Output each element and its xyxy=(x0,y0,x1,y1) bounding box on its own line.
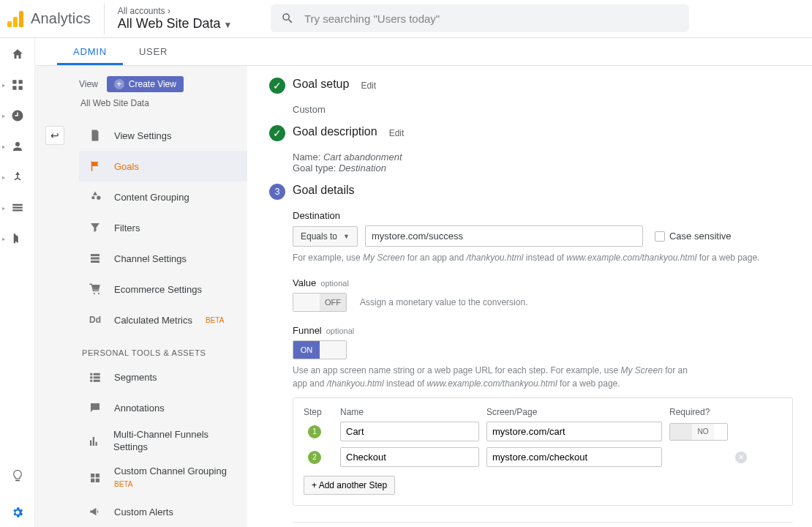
goal-details-title: Goal details xyxy=(293,184,355,197)
view-label: View xyxy=(79,79,98,89)
channel-settings-icon xyxy=(89,252,102,265)
menu-ecommerce-settings[interactable]: Ecommerce Settings xyxy=(79,274,247,304)
goal-description-title: Goal description xyxy=(293,125,377,138)
value-desc: Assign a monetary value to the conversio… xyxy=(360,296,527,309)
search-placeholder: Try searching "Users today" xyxy=(304,12,440,25)
funnel-step-1: 1 NO xyxy=(304,422,782,441)
delete-step-button[interactable]: ✕ xyxy=(735,452,747,463)
nav-behavior[interactable] xyxy=(9,199,26,217)
funnel-label: Funnel xyxy=(293,325,322,336)
goal-description-edit[interactable]: Edit xyxy=(389,128,405,138)
col-required: Required? xyxy=(669,407,728,417)
destination-input[interactable] xyxy=(365,225,643,247)
col-name: Name xyxy=(340,407,479,417)
nav-conversions[interactable] xyxy=(9,230,26,247)
view-column: ↩ View +Create View All Web Site Data Vi… xyxy=(35,66,247,527)
document-icon xyxy=(89,129,102,142)
funnel-steps-table: Step Name Screen/Page Required? 1 NO xyxy=(293,397,793,506)
step-index: 1 xyxy=(308,425,321,438)
goal-description-body: Name: Cart abandonment Goal type: Destin… xyxy=(293,152,793,173)
analytics-logo-icon xyxy=(7,11,23,27)
step-required-toggle[interactable]: NO xyxy=(669,423,728,441)
check-icon: ✓ xyxy=(269,78,285,94)
left-nav-rail xyxy=(0,38,35,527)
step-index: 2 xyxy=(308,451,321,464)
flag-icon xyxy=(89,160,102,173)
account-crumb: All accounts xyxy=(118,6,165,16)
case-sensitive-label: Case sensitive xyxy=(669,231,732,242)
nav-customization[interactable] xyxy=(9,76,26,94)
menu-custom-channel-grouping[interactable]: Custom Channel GroupingBETA xyxy=(79,460,247,496)
goal-setup-value: Custom xyxy=(293,104,793,115)
goal-editor: ✓ Goal setup Edit Custom ✓ Goal descript… xyxy=(247,66,812,527)
menu-mcf-settings[interactable]: Multi-Channel Funnels Settings xyxy=(79,423,247,460)
menu-annotations[interactable]: Annotations xyxy=(79,392,247,423)
check-icon: ✓ xyxy=(269,125,285,141)
property-selector[interactable]: All accounts › All Web Site Data▼ xyxy=(104,3,246,34)
destination-label: Destination xyxy=(293,210,340,221)
cart-icon xyxy=(89,283,102,296)
goal-setup-edit[interactable]: Edit xyxy=(361,81,376,91)
step-name-input[interactable] xyxy=(340,422,479,441)
plus-icon: + xyxy=(114,79,124,89)
nav-admin[interactable] xyxy=(9,504,26,521)
brand-name: Analytics xyxy=(31,10,91,27)
menu-content-grouping[interactable]: Content Grouping xyxy=(79,182,247,212)
brand-block: Analytics xyxy=(0,10,104,27)
menu-filters[interactable]: Filters xyxy=(79,212,247,243)
case-sensitive-checkbox[interactable] xyxy=(655,231,665,242)
menu-calculated-metrics[interactable]: DdCalculated MetricsBETA xyxy=(79,304,247,335)
create-view-button[interactable]: +Create View xyxy=(107,76,184,92)
top-header: Analytics All accounts › All Web Site Da… xyxy=(0,0,812,38)
funnel-step-2: 2 ✕ xyxy=(304,447,782,467)
dd-icon: Dd xyxy=(86,315,104,325)
menu-view-settings[interactable]: View Settings xyxy=(79,120,247,151)
value-label: Value xyxy=(293,277,316,288)
search-icon xyxy=(281,12,294,25)
property-name: All Web Site Data xyxy=(118,16,221,31)
annotation-icon xyxy=(89,401,102,414)
tools-menu: Segments Annotations Multi-Channel Funne… xyxy=(79,362,247,527)
goal-setup-title: Goal setup xyxy=(293,78,349,91)
caret-down-icon: ▼ xyxy=(224,20,233,30)
menu-custom-alerts[interactable]: Custom Alerts xyxy=(79,496,247,527)
content-grouping-icon xyxy=(89,190,102,203)
bar-chart-icon xyxy=(88,435,101,448)
step-3-badge: 3 xyxy=(269,184,285,200)
menu-segments[interactable]: Segments xyxy=(79,362,247,392)
step-page-input[interactable] xyxy=(486,447,662,467)
channel-grouping-icon xyxy=(89,471,102,485)
value-toggle[interactable]: OFF xyxy=(293,293,347,312)
destination-match-select[interactable]: Equals to▼ xyxy=(293,226,358,247)
col-screen: Screen/Page xyxy=(486,407,662,417)
nav-home[interactable] xyxy=(9,45,26,63)
view-menu: View Settings Goals Content Grouping Fil… xyxy=(79,120,247,335)
search-bar[interactable]: Try searching "Users today" xyxy=(271,4,689,32)
nav-realtime[interactable] xyxy=(9,107,26,124)
filter-icon xyxy=(89,221,102,234)
step-name-input[interactable] xyxy=(340,447,479,467)
menu-goals[interactable]: Goals xyxy=(79,151,247,182)
nav-audience[interactable] xyxy=(9,138,26,155)
menu-channel-settings[interactable]: Channel Settings xyxy=(79,243,247,274)
nav-acquisition[interactable] xyxy=(9,168,26,186)
chevron-right-icon: › xyxy=(168,6,170,16)
back-button[interactable]: ↩ xyxy=(45,126,64,145)
step-page-input[interactable] xyxy=(486,422,662,441)
col-step: Step xyxy=(304,407,333,417)
funnel-hint: Use an app screen name string or a web p… xyxy=(293,364,702,390)
nav-discover[interactable] xyxy=(9,467,26,485)
segments-icon xyxy=(89,370,102,384)
add-step-button[interactable]: + Add another Step xyxy=(304,476,395,495)
destination-hint: For example, use My Screen for an app an… xyxy=(293,251,793,264)
current-view-name[interactable]: All Web Site Data xyxy=(80,98,247,108)
tab-admin[interactable]: ADMIN xyxy=(57,38,123,65)
caret-down-icon: ▼ xyxy=(343,233,350,240)
tab-user[interactable]: USER xyxy=(123,38,184,65)
divider xyxy=(293,522,793,523)
megaphone-icon xyxy=(89,505,102,518)
admin-tabs: ADMIN USER xyxy=(35,38,812,66)
personal-tools-heading: PERSONAL TOOLS & ASSETS xyxy=(82,348,247,357)
funnel-toggle[interactable]: ON xyxy=(293,340,347,359)
